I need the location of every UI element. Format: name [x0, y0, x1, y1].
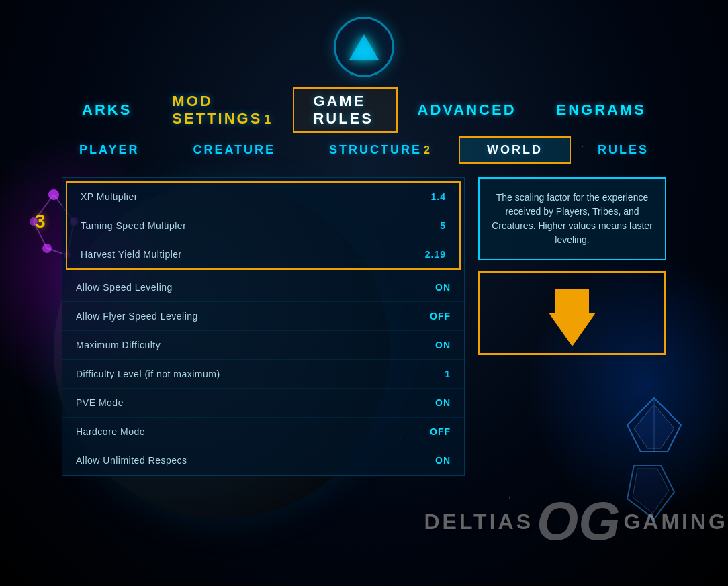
setting-row-unlimited-respecs[interactable]: Allow Unlimited Respecs ON [62, 446, 464, 475]
sub-nav-structure[interactable]: STRUCTURE2 [302, 138, 459, 162]
top-nav: ARKS MOD SETTINGS1 GAME RULES ADVANCED E… [62, 87, 666, 133]
setting-value-pve: ON [435, 397, 451, 408]
sub-nav-rules[interactable]: RULES [571, 138, 676, 162]
setting-label-pve: PVE Mode [76, 397, 124, 408]
highlighted-settings-group: XP Multiplier 1.4 Taming Speed Multipler… [66, 181, 461, 270]
logo-circle [334, 17, 394, 77]
setting-row-allow-speed[interactable]: Allow Speed Leveling ON [62, 273, 464, 302]
main-area: 3 XP Multiplier 1.4 Taming Speed Multipl… [62, 177, 666, 476]
setting-label-xp: XP Multiplier [81, 191, 138, 202]
setting-label-allow-speed: Allow Speed Leveling [76, 282, 173, 293]
setting-label-difficulty-level: Difficulty Level (if not maximum) [76, 369, 220, 379]
setting-value-hardcore: OFF [430, 426, 451, 437]
annotation-3: 3 [35, 211, 46, 232]
sub-nav: PLAYER CREATURE STRUCTURE2 WORLD RULES [62, 136, 666, 164]
setting-row-difficulty-level[interactable]: Difficulty Level (if not maximum) 1 [62, 360, 464, 389]
setting-label-max-difficulty: Maximum Difficulty [76, 340, 161, 350]
setting-value-xp: 1.4 [431, 191, 446, 202]
watermark-gaming: GAMING [623, 509, 728, 534]
setting-value-unlimited-respecs: ON [435, 455, 451, 466]
watermark-og: OG [537, 491, 620, 552]
setting-value-difficulty-level: 1 [445, 369, 451, 379]
info-panel: The scaling factor for the experience re… [478, 177, 666, 476]
setting-value-taming: 5 [440, 220, 446, 231]
setting-row-xp[interactable]: XP Multiplier 1.4 [67, 183, 459, 211]
setting-row-pve[interactable]: PVE Mode ON [62, 389, 464, 418]
logo [330, 13, 398, 81]
setting-value-flyer-speed: OFF [430, 311, 451, 322]
watermark-deltias: DELTIAS [424, 509, 533, 534]
watermark: DELTIAS OG GAMING [424, 491, 728, 552]
setting-value-harvest: 2.19 [425, 249, 446, 260]
logo-triangle [349, 34, 379, 60]
setting-row-harvest[interactable]: Harvest Yield Multipler 2.19 [67, 240, 459, 268]
setting-row-max-difficulty[interactable]: Maximum Difficulty ON [62, 331, 464, 360]
info-box-text: The scaling factor for the experience re… [492, 192, 653, 245]
sub-nav-world[interactable]: WORLD [459, 136, 571, 164]
nav-item-mod-settings[interactable]: MOD SETTINGS1 [152, 87, 293, 133]
setting-label-flyer-speed: Allow Flyer Speed Leveling [76, 311, 198, 322]
sub-nav-player[interactable]: PLAYER [52, 138, 166, 162]
nav-item-engrams[interactable]: ENGRAMS [537, 96, 666, 124]
setting-row-taming[interactable]: Taming Speed Multipler 5 [67, 211, 459, 240]
setting-label-harvest: Harvest Yield Multipler [81, 249, 182, 260]
setting-row-hardcore[interactable]: Hardcore Mode OFF [62, 418, 464, 446]
nav-item-advanced[interactable]: ADVANCED [398, 96, 537, 124]
arrow-annotation-box [478, 271, 666, 355]
nav-item-arks[interactable]: ARKS [62, 96, 152, 124]
setting-value-allow-speed: ON [435, 282, 451, 293]
setting-label-taming: Taming Speed Multipler [81, 220, 186, 231]
setting-label-hardcore: Hardcore Mode [76, 426, 145, 437]
nav-item-game-rules[interactable]: GAME RULES [293, 87, 397, 133]
settings-panel: XP Multiplier 1.4 Taming Speed Multipler… [62, 177, 465, 476]
setting-label-unlimited-respecs: Allow Unlimited Respecs [76, 455, 187, 466]
setting-value-max-difficulty: ON [435, 340, 451, 350]
sub-nav-creature[interactable]: CREATURE [166, 138, 302, 162]
setting-row-flyer-speed[interactable]: Allow Flyer Speed Leveling OFF [62, 302, 464, 331]
info-box: The scaling factor for the experience re… [478, 177, 666, 260]
